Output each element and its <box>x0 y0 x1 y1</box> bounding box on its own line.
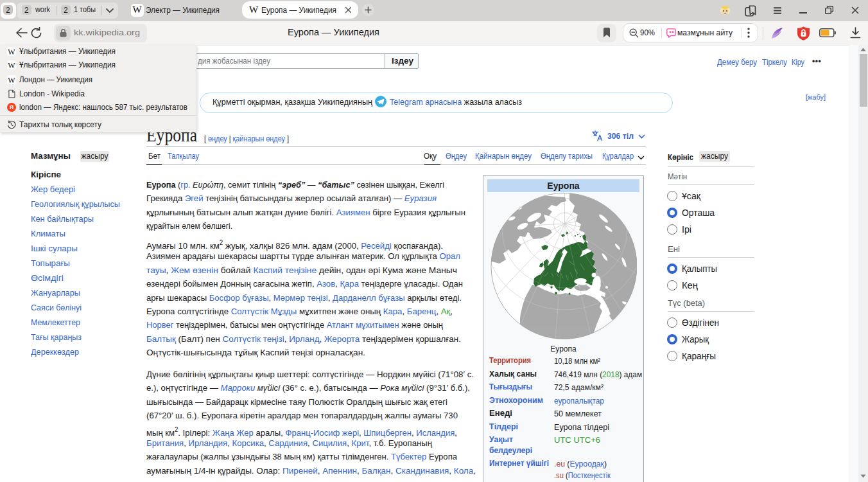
svg-text:Я: Я <box>10 103 14 111</box>
